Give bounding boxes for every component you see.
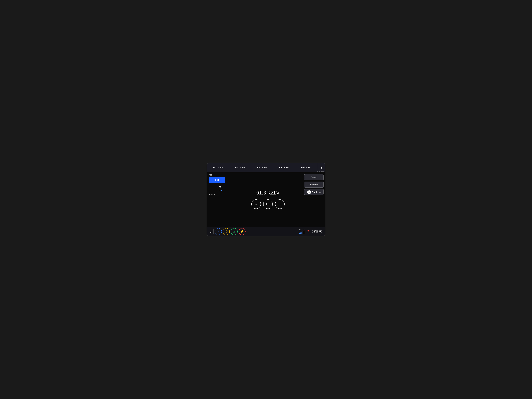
time: 3:50 xyxy=(317,230,323,233)
rewind-icon: ⏮ xyxy=(255,203,257,206)
dot-4-active xyxy=(323,171,323,172)
bar-4 xyxy=(303,231,303,234)
usb-icon: ⬆ xyxy=(219,185,222,189)
signal-label: 4G LTE xyxy=(299,229,305,231)
dot-1 xyxy=(317,171,318,172)
main-area: AM FM ⬆ Ille♥ More > 91.3 KZLV ⏮ Tune ⏭ xyxy=(207,172,325,227)
hd-orange-line xyxy=(307,193,321,193)
hd-inner-text: HD xyxy=(308,191,310,193)
music-icon: ♪ xyxy=(218,230,219,233)
temperature-time: 64°|3:50 xyxy=(312,230,323,233)
status-area: 4G LTE 📍 64°|3:50 xyxy=(299,229,323,234)
bar-3 xyxy=(302,232,302,234)
preset-5[interactable]: Hold to Set xyxy=(295,163,317,172)
home-icon: ⌂ xyxy=(209,229,212,233)
preset-4[interactable]: Hold to Set xyxy=(273,163,295,172)
am-label[interactable]: AM xyxy=(209,174,231,176)
hd-circle: HD xyxy=(307,190,311,194)
preset-1[interactable]: Hold to Set xyxy=(207,163,229,172)
signal-strength: 4G LTE xyxy=(299,229,305,234)
bar-5 xyxy=(304,231,304,234)
preset-bar: Hold to Set Hold to Set Hold to Set Hold… xyxy=(207,163,325,172)
phone-button[interactable]: ✆ xyxy=(223,228,230,235)
forward-button[interactable]: ⏭ xyxy=(275,199,285,209)
nav-bar: ⌂ ♪ ✆ ▲ ⚡ 4G LTE 📍 xyxy=(207,227,325,236)
right-panel: Sound Browse HD Radio ◉ xyxy=(303,172,325,227)
assist-icon: ⚡ xyxy=(240,230,244,233)
phone-icon: ✆ xyxy=(225,230,228,233)
music-button[interactable]: ♪ xyxy=(215,228,222,235)
hd-radio-logo: HD Radio ◉ xyxy=(307,190,321,193)
rewind-button[interactable]: ⏮ xyxy=(251,199,261,209)
station-name: 91.3 KZLV xyxy=(256,190,280,196)
temperature: 64° xyxy=(312,230,316,233)
bar-2 xyxy=(300,233,301,234)
dot-2 xyxy=(319,171,320,172)
assist-button[interactable]: ⚡ xyxy=(239,228,246,235)
dot-3 xyxy=(321,171,322,172)
center-panel: 91.3 KZLV ⏮ Tune ⏭ xyxy=(233,172,303,227)
favorite-label: Ille♥ xyxy=(218,189,222,191)
location-icon: 📍 xyxy=(306,230,310,233)
browse-button[interactable]: Browse xyxy=(304,182,323,188)
home-button[interactable]: ⌂ xyxy=(209,229,212,234)
hd-radio-button[interactable]: HD Radio ◉ xyxy=(304,189,323,195)
playback-controls: ⏮ Tune ⏭ xyxy=(251,199,285,209)
forward-icon: ⏭ xyxy=(279,203,281,206)
preset-next-button[interactable]: ❯ xyxy=(317,163,325,172)
navigation-button[interactable]: ▲ xyxy=(231,228,238,235)
left-panel: AM FM ⬆ Ille♥ More > xyxy=(207,172,233,227)
bar-1 xyxy=(299,233,300,234)
sound-button[interactable]: Sound xyxy=(304,174,323,180)
usb-source[interactable]: ⬆ Ille♥ xyxy=(209,185,231,191)
preset-3[interactable]: Hold to Set xyxy=(251,163,273,172)
nav-arrow-icon: ▲ xyxy=(233,230,236,233)
preset-2[interactable]: Hold to Set xyxy=(229,163,251,172)
tune-button[interactable]: Tune xyxy=(263,199,273,209)
fm-button[interactable]: FM xyxy=(209,177,225,183)
more-button[interactable]: More > xyxy=(209,194,231,196)
radio-dot: ◉ xyxy=(319,191,321,193)
signal-bars xyxy=(299,231,304,234)
car-screen: Hold to Set Hold to Set Hold to Set Hold… xyxy=(207,163,325,236)
page-dots xyxy=(317,171,323,172)
